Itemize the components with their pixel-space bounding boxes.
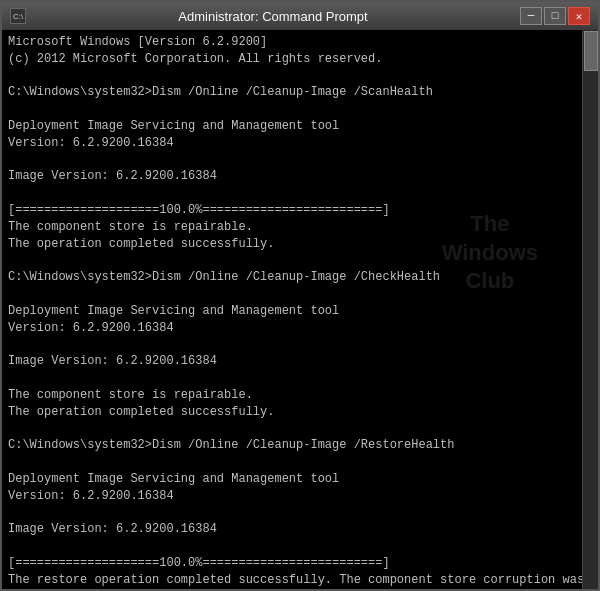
scrollbar[interactable] bbox=[582, 30, 598, 589]
terminal-area[interactable]: Microsoft Windows [Version 6.2.9200] (c)… bbox=[2, 30, 598, 589]
window-icon: C:\ bbox=[10, 8, 26, 24]
close-button[interactable]: ✕ bbox=[568, 7, 590, 25]
titlebar-title: Administrator: Command Prompt bbox=[26, 9, 520, 24]
scrollbar-thumb[interactable] bbox=[584, 31, 598, 71]
maximize-button[interactable]: □ bbox=[544, 7, 566, 25]
titlebar-buttons: ─ □ ✕ bbox=[520, 7, 590, 25]
window: C:\ Administrator: Command Prompt ─ □ ✕ … bbox=[0, 0, 600, 591]
terminal-output: Microsoft Windows [Version 6.2.9200] (c)… bbox=[8, 34, 592, 589]
titlebar: C:\ Administrator: Command Prompt ─ □ ✕ bbox=[2, 2, 598, 30]
minimize-button[interactable]: ─ bbox=[520, 7, 542, 25]
